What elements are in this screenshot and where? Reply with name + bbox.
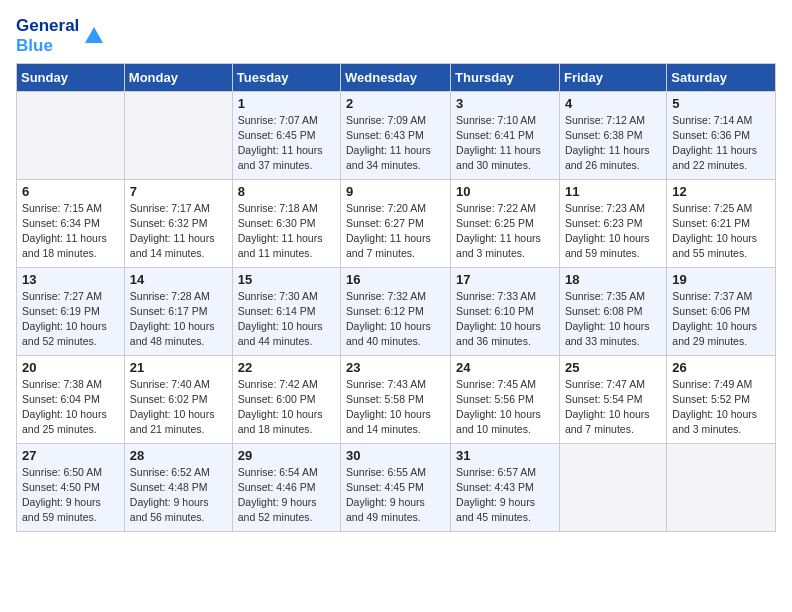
- day-info: Sunrise: 7:45 AM Sunset: 5:56 PM Dayligh…: [456, 377, 554, 438]
- day-number: 18: [565, 272, 661, 287]
- day-number: 28: [130, 448, 227, 463]
- day-number: 7: [130, 184, 227, 199]
- day-number: 30: [346, 448, 445, 463]
- weekday-header: Saturday: [667, 63, 776, 91]
- day-info: Sunrise: 7:40 AM Sunset: 6:02 PM Dayligh…: [130, 377, 227, 438]
- day-number: 14: [130, 272, 227, 287]
- day-info: Sunrise: 7:49 AM Sunset: 5:52 PM Dayligh…: [672, 377, 770, 438]
- day-number: 2: [346, 96, 445, 111]
- calendar-cell: [124, 91, 232, 179]
- day-info: Sunrise: 7:10 AM Sunset: 6:41 PM Dayligh…: [456, 113, 554, 174]
- day-info: Sunrise: 7:25 AM Sunset: 6:21 PM Dayligh…: [672, 201, 770, 262]
- day-number: 6: [22, 184, 119, 199]
- weekday-header: Sunday: [17, 63, 125, 91]
- calendar-cell: 19Sunrise: 7:37 AM Sunset: 6:06 PM Dayli…: [667, 267, 776, 355]
- calendar-cell: 13Sunrise: 7:27 AM Sunset: 6:19 PM Dayli…: [17, 267, 125, 355]
- calendar-cell: 14Sunrise: 7:28 AM Sunset: 6:17 PM Dayli…: [124, 267, 232, 355]
- day-info: Sunrise: 7:17 AM Sunset: 6:32 PM Dayligh…: [130, 201, 227, 262]
- day-number: 24: [456, 360, 554, 375]
- weekday-header: Wednesday: [341, 63, 451, 91]
- day-info: Sunrise: 7:14 AM Sunset: 6:36 PM Dayligh…: [672, 113, 770, 174]
- day-number: 22: [238, 360, 335, 375]
- calendar-cell: 18Sunrise: 7:35 AM Sunset: 6:08 PM Dayli…: [559, 267, 666, 355]
- day-number: 25: [565, 360, 661, 375]
- day-info: Sunrise: 7:33 AM Sunset: 6:10 PM Dayligh…: [456, 289, 554, 350]
- day-number: 8: [238, 184, 335, 199]
- svg-marker-0: [85, 27, 103, 43]
- day-number: 16: [346, 272, 445, 287]
- weekday-header: Friday: [559, 63, 666, 91]
- day-number: 4: [565, 96, 661, 111]
- calendar-cell: 28Sunrise: 6:52 AM Sunset: 4:48 PM Dayli…: [124, 443, 232, 531]
- weekday-header: Tuesday: [232, 63, 340, 91]
- calendar-cell: [559, 443, 666, 531]
- day-info: Sunrise: 7:30 AM Sunset: 6:14 PM Dayligh…: [238, 289, 335, 350]
- calendar-cell: 6Sunrise: 7:15 AM Sunset: 6:34 PM Daylig…: [17, 179, 125, 267]
- day-info: Sunrise: 7:07 AM Sunset: 6:45 PM Dayligh…: [238, 113, 335, 174]
- day-info: Sunrise: 6:55 AM Sunset: 4:45 PM Dayligh…: [346, 465, 445, 526]
- calendar-cell: 23Sunrise: 7:43 AM Sunset: 5:58 PM Dayli…: [341, 355, 451, 443]
- calendar-cell: 8Sunrise: 7:18 AM Sunset: 6:30 PM Daylig…: [232, 179, 340, 267]
- day-info: Sunrise: 7:28 AM Sunset: 6:17 PM Dayligh…: [130, 289, 227, 350]
- calendar-cell: 15Sunrise: 7:30 AM Sunset: 6:14 PM Dayli…: [232, 267, 340, 355]
- day-info: Sunrise: 7:12 AM Sunset: 6:38 PM Dayligh…: [565, 113, 661, 174]
- day-number: 13: [22, 272, 119, 287]
- day-info: Sunrise: 7:27 AM Sunset: 6:19 PM Dayligh…: [22, 289, 119, 350]
- day-info: Sunrise: 7:09 AM Sunset: 6:43 PM Dayligh…: [346, 113, 445, 174]
- calendar-cell: 16Sunrise: 7:32 AM Sunset: 6:12 PM Dayli…: [341, 267, 451, 355]
- calendar-cell: 20Sunrise: 7:38 AM Sunset: 6:04 PM Dayli…: [17, 355, 125, 443]
- day-number: 31: [456, 448, 554, 463]
- day-number: 19: [672, 272, 770, 287]
- day-number: 5: [672, 96, 770, 111]
- day-info: Sunrise: 7:20 AM Sunset: 6:27 PM Dayligh…: [346, 201, 445, 262]
- calendar-cell: 25Sunrise: 7:47 AM Sunset: 5:54 PM Dayli…: [559, 355, 666, 443]
- calendar-cell: 4Sunrise: 7:12 AM Sunset: 6:38 PM Daylig…: [559, 91, 666, 179]
- calendar-cell: 11Sunrise: 7:23 AM Sunset: 6:23 PM Dayli…: [559, 179, 666, 267]
- calendar-cell: 5Sunrise: 7:14 AM Sunset: 6:36 PM Daylig…: [667, 91, 776, 179]
- logo-icon: [83, 25, 105, 47]
- calendar-cell: [17, 91, 125, 179]
- day-info: Sunrise: 7:38 AM Sunset: 6:04 PM Dayligh…: [22, 377, 119, 438]
- logo: GeneralBlue: [16, 16, 105, 57]
- day-info: Sunrise: 7:42 AM Sunset: 6:00 PM Dayligh…: [238, 377, 335, 438]
- day-number: 17: [456, 272, 554, 287]
- day-info: Sunrise: 7:47 AM Sunset: 5:54 PM Dayligh…: [565, 377, 661, 438]
- calendar-cell: 1Sunrise: 7:07 AM Sunset: 6:45 PM Daylig…: [232, 91, 340, 179]
- day-info: Sunrise: 7:32 AM Sunset: 6:12 PM Dayligh…: [346, 289, 445, 350]
- logo-text: GeneralBlue: [16, 16, 79, 57]
- day-info: Sunrise: 7:43 AM Sunset: 5:58 PM Dayligh…: [346, 377, 445, 438]
- calendar-cell: 17Sunrise: 7:33 AM Sunset: 6:10 PM Dayli…: [451, 267, 560, 355]
- calendar-cell: 2Sunrise: 7:09 AM Sunset: 6:43 PM Daylig…: [341, 91, 451, 179]
- day-info: Sunrise: 7:35 AM Sunset: 6:08 PM Dayligh…: [565, 289, 661, 350]
- day-number: 15: [238, 272, 335, 287]
- weekday-header: Monday: [124, 63, 232, 91]
- calendar-cell: 21Sunrise: 7:40 AM Sunset: 6:02 PM Dayli…: [124, 355, 232, 443]
- day-number: 12: [672, 184, 770, 199]
- calendar-cell: 27Sunrise: 6:50 AM Sunset: 4:50 PM Dayli…: [17, 443, 125, 531]
- day-info: Sunrise: 7:37 AM Sunset: 6:06 PM Dayligh…: [672, 289, 770, 350]
- calendar-cell: 9Sunrise: 7:20 AM Sunset: 6:27 PM Daylig…: [341, 179, 451, 267]
- day-info: Sunrise: 7:22 AM Sunset: 6:25 PM Dayligh…: [456, 201, 554, 262]
- day-info: Sunrise: 6:57 AM Sunset: 4:43 PM Dayligh…: [456, 465, 554, 526]
- day-number: 20: [22, 360, 119, 375]
- day-number: 27: [22, 448, 119, 463]
- day-number: 9: [346, 184, 445, 199]
- day-info: Sunrise: 6:50 AM Sunset: 4:50 PM Dayligh…: [22, 465, 119, 526]
- day-info: Sunrise: 7:23 AM Sunset: 6:23 PM Dayligh…: [565, 201, 661, 262]
- calendar-cell: 12Sunrise: 7:25 AM Sunset: 6:21 PM Dayli…: [667, 179, 776, 267]
- day-number: 21: [130, 360, 227, 375]
- day-info: Sunrise: 6:52 AM Sunset: 4:48 PM Dayligh…: [130, 465, 227, 526]
- day-info: Sunrise: 7:18 AM Sunset: 6:30 PM Dayligh…: [238, 201, 335, 262]
- day-info: Sunrise: 6:54 AM Sunset: 4:46 PM Dayligh…: [238, 465, 335, 526]
- calendar-cell: 10Sunrise: 7:22 AM Sunset: 6:25 PM Dayli…: [451, 179, 560, 267]
- day-number: 26: [672, 360, 770, 375]
- calendar-cell: 31Sunrise: 6:57 AM Sunset: 4:43 PM Dayli…: [451, 443, 560, 531]
- calendar-cell: 7Sunrise: 7:17 AM Sunset: 6:32 PM Daylig…: [124, 179, 232, 267]
- calendar-cell: 26Sunrise: 7:49 AM Sunset: 5:52 PM Dayli…: [667, 355, 776, 443]
- calendar-table: SundayMondayTuesdayWednesdayThursdayFrid…: [16, 63, 776, 532]
- day-info: Sunrise: 7:15 AM Sunset: 6:34 PM Dayligh…: [22, 201, 119, 262]
- day-number: 10: [456, 184, 554, 199]
- day-number: 23: [346, 360, 445, 375]
- day-number: 3: [456, 96, 554, 111]
- calendar-cell: 22Sunrise: 7:42 AM Sunset: 6:00 PM Dayli…: [232, 355, 340, 443]
